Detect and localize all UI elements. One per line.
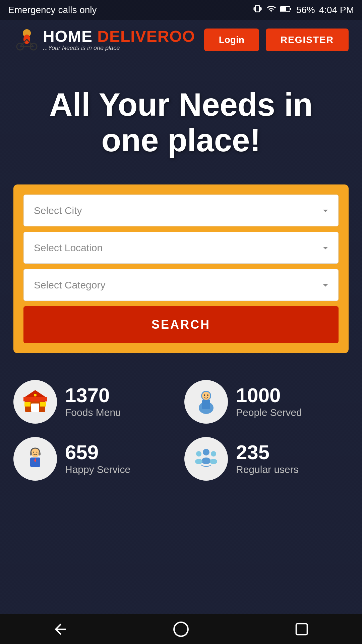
status-time: 4:04 PM xyxy=(319,5,354,15)
home-button[interactable] xyxy=(169,618,193,641)
city-select[interactable]: Select City xyxy=(23,195,339,226)
svg-point-33 xyxy=(196,451,201,457)
recent-button[interactable] xyxy=(290,618,313,641)
stat-label-regular-users: Regular users xyxy=(236,464,299,475)
stat-label-happy-service: Happy Service xyxy=(65,464,130,475)
svg-rect-26 xyxy=(39,452,41,455)
stat-icon-people-served xyxy=(184,380,228,424)
location-select[interactable]: Select Location xyxy=(23,232,339,264)
status-vibrate-icon xyxy=(253,4,262,16)
stat-info-people-served: 1000 People Served xyxy=(236,385,302,418)
svg-point-32 xyxy=(201,458,211,464)
svg-rect-15 xyxy=(40,402,46,407)
stat-regular-users: 235 Regular users xyxy=(184,437,349,481)
svg-point-22 xyxy=(204,394,205,396)
stat-number-regular-users: 235 xyxy=(236,442,299,463)
svg-point-29 xyxy=(37,452,38,453)
svg-rect-14 xyxy=(24,402,31,407)
status-bar: Emergency calls only + 56% 4:04 PM xyxy=(0,0,362,20)
svg-point-36 xyxy=(210,459,217,464)
logo-main: HOME DELIVEROO xyxy=(43,29,195,45)
svg-point-37 xyxy=(174,622,188,636)
hero-title: All Your Needs in one place! xyxy=(20,87,342,158)
stat-info-regular-users: 235 Regular users xyxy=(236,442,299,475)
stat-number-happy-service: 659 xyxy=(65,442,130,463)
svg-rect-12 xyxy=(23,397,47,401)
svg-rect-25 xyxy=(30,452,32,455)
register-button[interactable]: REGISTER xyxy=(266,29,349,51)
search-button[interactable]: SEARCH xyxy=(23,306,339,343)
bottom-nav xyxy=(0,614,362,644)
svg-point-28 xyxy=(33,452,34,453)
group-icon xyxy=(193,445,220,472)
stat-label-foods-menu: Foods Menu xyxy=(65,407,121,418)
search-container: Select City Select Location Select Categ… xyxy=(13,184,349,353)
stat-icon-regular-users xyxy=(184,437,228,481)
stat-label-people-served: People Served xyxy=(236,407,302,418)
logo-home: HOME xyxy=(43,28,93,45)
svg-rect-2 xyxy=(290,8,291,10)
logo-deliv: DELIVEROO xyxy=(93,28,195,45)
logo-icon xyxy=(13,26,40,53)
service-agent-icon xyxy=(22,445,49,472)
svg-text:+: + xyxy=(281,9,283,12)
stat-icon-happy-service xyxy=(13,437,57,481)
status-bar-left: Emergency calls only xyxy=(8,5,97,15)
logo-text: HOME DELIVEROO ...Your Needs is in one p… xyxy=(43,29,195,52)
svg-rect-38 xyxy=(296,624,307,635)
stat-icon-foods-menu xyxy=(13,380,57,424)
stat-happy-service: 659 Happy Service xyxy=(13,437,178,481)
svg-point-35 xyxy=(211,451,216,457)
svg-point-31 xyxy=(203,449,209,455)
hero-section: All Your Needs in one place! xyxy=(0,60,362,178)
navbar: HOME DELIVEROO ...Your Needs is in one p… xyxy=(0,20,362,60)
stat-info-foods-menu: 1370 Foods Menu xyxy=(65,385,121,418)
svg-point-34 xyxy=(195,459,202,464)
svg-point-17 xyxy=(34,394,37,396)
home-icon xyxy=(173,621,189,638)
status-bar-right: + 56% 4:04 PM xyxy=(253,4,354,16)
recent-icon xyxy=(294,622,309,637)
store-icon xyxy=(22,388,49,415)
back-button[interactable] xyxy=(49,618,72,641)
status-battery-icon: + xyxy=(280,5,292,15)
status-battery-percent: 56% xyxy=(296,5,315,15)
svg-point-23 xyxy=(207,394,208,396)
stat-info-happy-service: 659 Happy Service xyxy=(65,442,130,475)
stat-foods-menu: 1370 Foods Menu xyxy=(13,380,178,424)
logo-sub: ...Your Needs is in one place xyxy=(43,45,195,52)
logo: HOME DELIVEROO ...Your Needs is in one p… xyxy=(13,26,195,53)
svg-rect-21 xyxy=(202,400,210,409)
status-wifi-icon xyxy=(266,4,276,16)
nav-buttons: Login REGISTER xyxy=(204,29,349,51)
stat-number-people-served: 1000 xyxy=(236,385,302,406)
back-icon xyxy=(52,621,69,638)
stat-people-served: 1000 People Served xyxy=(184,380,349,424)
svg-rect-13 xyxy=(31,404,39,412)
svg-point-20 xyxy=(202,392,210,400)
stats-section: 1370 Foods Menu 1000 People Served xyxy=(0,360,362,501)
login-button[interactable]: Login xyxy=(204,29,259,51)
stat-number-foods-menu: 1370 xyxy=(65,385,121,406)
person-icon xyxy=(193,388,220,415)
category-select[interactable]: Select Category xyxy=(23,269,339,301)
